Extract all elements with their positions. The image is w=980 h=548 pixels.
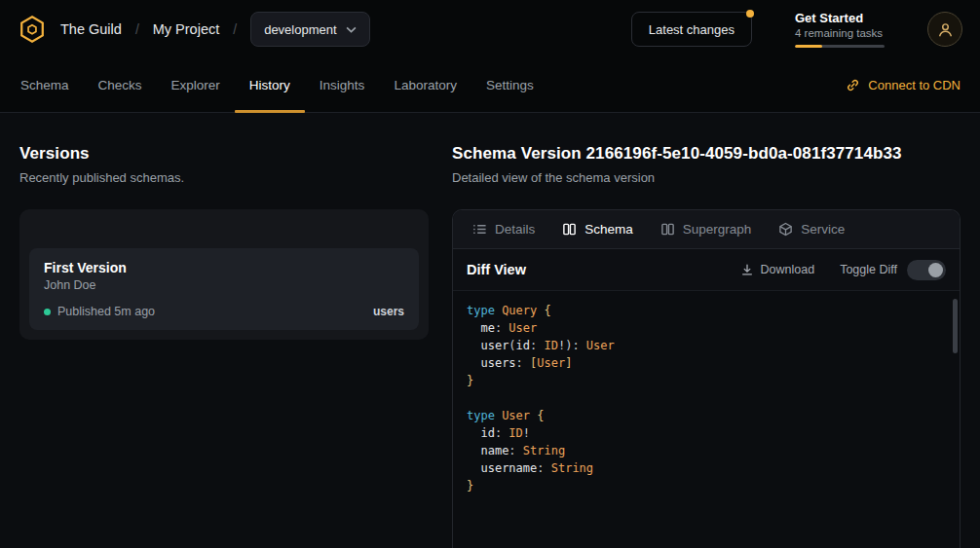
tab-settings[interactable]: Settings — [471, 58, 548, 112]
breadcrumb-separator: / — [233, 21, 237, 37]
breadcrumb-org[interactable]: The Guild — [60, 21, 122, 37]
panel-tab-schema[interactable]: Schema — [548, 210, 647, 248]
panel-tab-label: Supergraph — [683, 222, 752, 237]
chevron-down-icon — [346, 26, 357, 33]
get-started-title: Get Started — [795, 11, 885, 25]
avatar[interactable] — [927, 12, 962, 47]
versions-subtitle: Recently published schemas. — [19, 170, 429, 185]
schema-version-section: Schema Version 2166196f-5e10-4059-bd0a-0… — [452, 144, 961, 548]
latest-changes-label: Latest changes — [649, 22, 735, 37]
progress-bar — [795, 45, 885, 48]
list-icon — [472, 222, 487, 237]
nav-tabs: Schema Checks Explorer History Insights … — [6, 58, 548, 112]
supergraph-icon — [660, 222, 675, 237]
project-nav: Schema Checks Explorer History Insights … — [0, 58, 980, 113]
tab-history[interactable]: History — [235, 58, 305, 112]
latest-changes-button[interactable]: Latest changes — [631, 12, 752, 47]
panel-tab-label: Details — [495, 222, 535, 237]
schema-version-subtitle: Detailed view of the schema version — [452, 170, 961, 185]
get-started-subtitle: 4 remaining tasks — [795, 27, 885, 39]
download-button[interactable]: Download — [740, 263, 815, 276]
tab-insights[interactable]: Insights — [305, 58, 380, 112]
panel-tab-supergraph[interactable]: Supergraph — [647, 210, 766, 248]
hive-logo-icon[interactable] — [18, 15, 47, 44]
connect-cdn-link[interactable]: Connect to CDN — [832, 58, 974, 112]
scrollbar-thumb[interactable] — [953, 299, 958, 353]
breadcrumb-project[interactable]: My Project — [153, 21, 220, 37]
diff-view-title: Diff View — [467, 262, 526, 277]
panel-tab-label: Service — [801, 222, 845, 237]
link-icon — [846, 78, 860, 92]
topbar: The Guild / My Project / development Lat… — [0, 0, 980, 58]
version-name: First Version — [44, 260, 404, 275]
panel-tab-label: Schema — [584, 222, 633, 237]
service-box-icon — [778, 222, 793, 237]
panel-tab-details[interactable]: Details — [459, 210, 548, 248]
target-select[interactable]: development — [250, 12, 369, 47]
main-content: Versions Recently published schemas. Fir… — [0, 113, 980, 548]
code-block[interactable]: type Query { me: User user(id: ID!): Use… — [453, 291, 960, 548]
versions-section: Versions Recently published schemas. Fir… — [19, 144, 429, 548]
tab-laboratory[interactable]: Laboratory — [379, 58, 471, 112]
schema-version-panel: Details Schema — [452, 209, 961, 548]
versions-card: First Version John Doe Published 5m ago … — [19, 209, 429, 340]
version-service-badge: users — [373, 305, 404, 318]
target-select-value: development — [264, 22, 336, 37]
panel-tabs: Details Schema — [453, 210, 960, 249]
breadcrumb-separator: / — [135, 21, 139, 37]
published-status-dot — [44, 309, 51, 315]
panel-tab-service[interactable]: Service — [765, 210, 858, 248]
tab-explorer[interactable]: Explorer — [157, 58, 235, 112]
get-started-widget[interactable]: Get Started 4 remaining tasks — [795, 11, 885, 48]
progress-fill — [795, 45, 822, 48]
schema-icon — [562, 222, 577, 237]
diff-toggle-switch[interactable] — [907, 260, 946, 280]
user-icon — [937, 21, 954, 38]
version-status: Published 5m ago — [57, 305, 155, 318]
tab-checks[interactable]: Checks — [84, 58, 157, 112]
switch-knob — [928, 263, 943, 277]
diff-header: Diff View Download Toggle Diff — [453, 249, 960, 291]
download-icon — [740, 263, 754, 276]
toggle-diff-label: Toggle Diff — [840, 263, 897, 276]
version-list-item[interactable]: First Version John Doe Published 5m ago … — [29, 248, 419, 330]
download-label: Download — [761, 263, 815, 276]
connect-cdn-label: Connect to CDN — [868, 78, 961, 92]
notification-dot — [746, 10, 754, 18]
schema-version-title: Schema Version 2166196f-5e10-4059-bd0a-0… — [452, 144, 961, 164]
version-author: John Doe — [44, 278, 404, 292]
versions-title: Versions — [19, 144, 429, 164]
tab-schema[interactable]: Schema — [6, 58, 84, 112]
